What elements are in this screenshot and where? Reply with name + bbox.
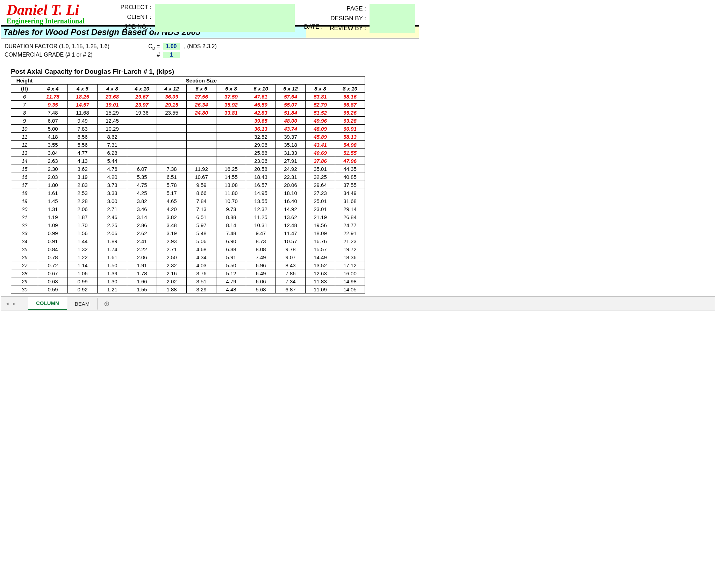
capacity-cell: 51.55 [335,149,365,157]
capacity-cell: 6.96 [246,261,276,269]
capacity-cell [216,117,246,125]
capacity-cell: 1.56 [68,229,98,237]
capacity-cell: 6.49 [246,269,276,277]
capacity-cell: 15.29 [98,109,127,117]
height-cell: 12 [11,141,38,149]
capacity-cell: 44.35 [335,165,365,173]
capacity-cell: 2.02 [157,277,187,285]
capacity-cell: 7.83 [68,125,98,133]
capacity-cell: 55.07 [276,101,306,109]
tab-beam[interactable]: BEAM [67,298,98,310]
cd-value-input[interactable]: 1.00 [163,43,180,50]
capacity-cell: 2.28 [68,197,98,205]
capacity-cell: 9.07 [276,253,306,261]
capacity-cell: 10.57 [276,237,306,245]
capacity-cell: 1.44 [68,237,98,245]
reviewby-label: REVIEW BY : [317,23,366,33]
jobno-label: JOB NO. : [106,23,151,30]
capacity-cell: 1.55 [127,285,157,293]
capacity-cell: 1.61 [98,253,127,261]
capacity-cell: 6.90 [216,237,246,245]
capacity-cell: 14.95 [246,189,276,197]
page-input-box[interactable] [370,4,415,33]
capacity-cell: 45.50 [246,101,276,109]
capacity-cell [127,117,157,125]
capacity-cell: 6.28 [98,149,127,157]
capacity-cell: 20.58 [246,165,276,173]
capacity-cell: 51.84 [276,109,306,117]
capacity-cell: 4.20 [157,205,187,213]
capacity-cell: 7.34 [276,277,306,285]
table-row: 114.186.568.6232.5239.3745.8958.13 [11,133,365,141]
capacity-cell: 37.59 [216,93,246,101]
capacity-cell: 25.01 [306,197,335,205]
column-header: 4 x 8 [98,85,127,93]
capacity-cell: 19.36 [127,109,157,117]
capacity-cell: 5.12 [216,269,246,277]
table-row: 280.671.061.391.782.163.765.126.497.8612… [11,269,365,277]
table-row: 133.044.776.2825.8831.3340.6951.55 [11,149,365,157]
capacity-cell: 5.50 [216,261,246,269]
capacity-cell: 2.32 [157,261,187,269]
worksheet-page: Daniel T. Li Engineering International P… [1,1,419,293]
height-cell: 15 [11,165,38,173]
capacity-cell: 40.85 [335,173,365,181]
capacity-cell: 3.33 [98,189,127,197]
capacity-cell: 12.63 [306,269,335,277]
capacity-cell: 9.49 [68,117,98,125]
capacity-cell [127,133,157,141]
capacity-cell: 7.31 [98,141,127,149]
tab-column[interactable]: COLUMN [28,297,67,310]
capacity-cell: 3.19 [157,229,187,237]
grade-value-input[interactable]: 1 [163,52,180,58]
capacity-cell: 5.06 [187,237,216,245]
capacity-cell: 11.78 [38,93,68,101]
capacity-cell: 6.87 [276,285,306,293]
capacity-cell [216,133,246,141]
capacity-cell: 39.65 [246,117,276,125]
capacity-cell: 29.64 [306,181,335,189]
tab-nav-last-icon[interactable]: ▸ [11,300,18,307]
capacity-cell: 8.73 [246,237,276,245]
capacity-cell [216,125,246,133]
table-row: 87.4811.6815.2919.3623.5524.8033.8142.83… [11,109,365,117]
column-header: 6 x 10 [246,85,276,93]
capacity-cell: 45.89 [306,133,335,141]
capacity-cell: 21.23 [335,237,365,245]
capacity-cell: 5.78 [157,181,187,189]
capacity-cell: 10.67 [187,173,216,181]
capacity-table: Height Section Size (ft) 4 x 44 x 64 x 8… [11,76,365,293]
tab-nav-first-icon[interactable]: ◂ [4,300,11,307]
capacity-cell: 13.08 [216,181,246,189]
capacity-cell: 31.68 [335,197,365,205]
capacity-cell: 19.56 [306,221,335,229]
capacity-cell: 14.92 [276,205,306,213]
project-input-box[interactable] [155,4,295,32]
add-sheet-icon[interactable]: ⊕ [98,299,116,308]
capacity-cell [157,125,187,133]
height-cell: 23 [11,229,38,237]
capacity-cell: 3.04 [38,149,68,157]
capacity-cell: 3.19 [68,173,98,181]
capacity-cell: 12.32 [246,205,276,213]
capacity-cell: 4.13 [68,157,98,165]
height-cell: 18 [11,189,38,197]
capacity-cell: 14.55 [216,173,246,181]
capacity-cell: 4.76 [98,165,127,173]
capacity-cell: 1.88 [157,285,187,293]
capacity-cell: 1.09 [38,221,68,229]
capacity-cell [216,141,246,149]
capacity-cell: 14.49 [306,253,335,261]
capacity-cell [157,141,187,149]
capacity-cell: 6.07 [127,165,157,173]
capacity-cell: 47.61 [246,93,276,101]
capacity-cell: 19.01 [98,101,127,109]
capacity-cell: 0.67 [38,269,68,277]
capacity-cell: 48.09 [306,125,335,133]
capacity-cell: 2.71 [157,245,187,253]
table-row: 230.991.562.062.623.195.487.489.4711.471… [11,229,365,237]
capacity-cell: 5.56 [68,141,98,149]
capacity-cell: 4.77 [68,149,98,157]
capacity-cell: 0.91 [38,237,68,245]
height-cell: 10 [11,125,38,133]
